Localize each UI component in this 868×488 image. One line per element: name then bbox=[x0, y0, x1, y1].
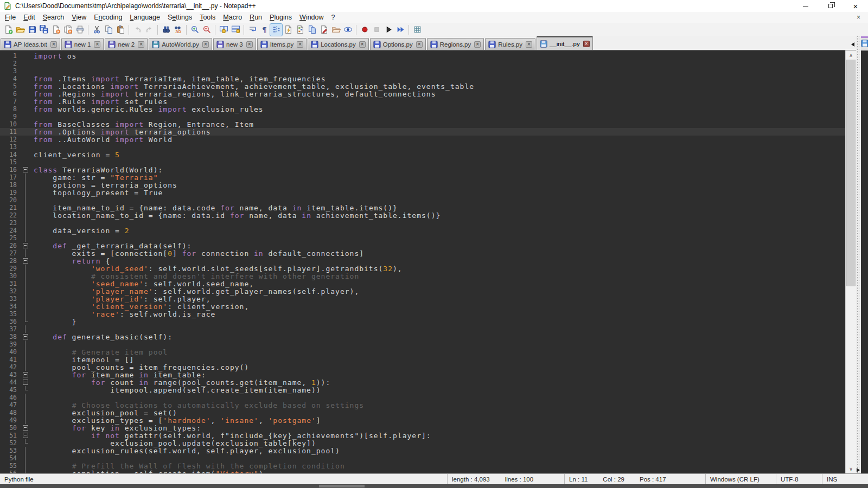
sync-vertical-icon[interactable] bbox=[218, 24, 229, 36]
second-view-tab[interactable] bbox=[861, 36, 868, 50]
tab-close-icon[interactable]: × bbox=[202, 41, 209, 48]
tab-close-icon[interactable]: × bbox=[416, 41, 423, 48]
line-number[interactable]: 49 bbox=[0, 416, 22, 424]
tab-close-icon[interactable]: × bbox=[526, 41, 532, 48]
line-number[interactable]: 47 bbox=[0, 401, 22, 409]
tab-items-py[interactable]: Items.py× bbox=[257, 38, 307, 50]
line-number[interactable]: 53 bbox=[0, 447, 22, 454]
line-number[interactable]: 12 bbox=[0, 136, 22, 143]
line-number[interactable]: 4 bbox=[0, 75, 22, 82]
tab-close-icon[interactable]: × bbox=[50, 41, 57, 48]
line-number[interactable]: 39 bbox=[0, 341, 22, 348]
line-number[interactable]: 8 bbox=[0, 105, 22, 113]
restore-button[interactable] bbox=[818, 0, 843, 12]
line-number[interactable]: 25 bbox=[0, 234, 22, 242]
splitter-collapse-arrow[interactable] bbox=[857, 468, 860, 472]
line-number[interactable]: 45 bbox=[0, 386, 22, 394]
tab-close-icon[interactable]: × bbox=[94, 41, 100, 48]
macro-record-icon[interactable] bbox=[359, 24, 371, 36]
scroll-down-arrow[interactable]: ∨ bbox=[846, 464, 856, 473]
monitoring-icon[interactable] bbox=[342, 24, 354, 36]
tab-close-icon[interactable]: × bbox=[359, 41, 366, 48]
line-number[interactable]: 14 bbox=[0, 151, 22, 158]
tab-autoworld-py[interactable]: AutoWorld.py× bbox=[149, 38, 212, 50]
line-number[interactable]: 15 bbox=[0, 158, 22, 166]
tab-close-icon[interactable]: × bbox=[138, 41, 144, 48]
menu-item-language[interactable]: Language bbox=[126, 12, 164, 22]
macro-save-icon[interactable] bbox=[411, 24, 423, 36]
line-number[interactable]: 24 bbox=[0, 227, 22, 234]
fold-collapse-icon[interactable] bbox=[22, 424, 29, 432]
copy-icon[interactable] bbox=[103, 24, 114, 36]
line-number[interactable]: 55 bbox=[0, 462, 22, 470]
fold-collapse-icon[interactable] bbox=[22, 371, 29, 378]
tab-locations-py[interactable]: Locations.py× bbox=[308, 38, 369, 50]
tab-new-2[interactable]: new 2× bbox=[105, 38, 148, 50]
scrollbar-thumb[interactable] bbox=[846, 60, 856, 286]
line-number[interactable]: 54 bbox=[0, 454, 22, 462]
fold-collapse-icon[interactable] bbox=[22, 432, 29, 439]
tab-close-icon[interactable]: × bbox=[246, 41, 253, 48]
line-number[interactable]: 22 bbox=[0, 211, 22, 219]
menu-item-view[interactable]: View bbox=[68, 12, 90, 22]
close-all-icon[interactable] bbox=[62, 24, 74, 36]
tab-options-py[interactable]: Options.py× bbox=[370, 38, 426, 50]
line-number[interactable]: 18 bbox=[0, 181, 22, 189]
tab-ap-ideas-txt[interactable]: AP Ideas.txt× bbox=[1, 38, 60, 50]
line-number[interactable]: 31 bbox=[0, 280, 22, 287]
line-number[interactable]: 52 bbox=[0, 439, 22, 447]
save-all-icon[interactable] bbox=[38, 24, 50, 36]
line-number[interactable]: 32 bbox=[0, 287, 22, 295]
line-number[interactable]: 46 bbox=[0, 394, 22, 401]
line-number[interactable]: 48 bbox=[0, 409, 22, 416]
line-number[interactable]: 34 bbox=[0, 303, 22, 310]
line-number[interactable]: 19 bbox=[0, 189, 22, 196]
tab-rules-py[interactable]: Rules.py× bbox=[485, 38, 535, 50]
line-number[interactable]: 36 bbox=[0, 318, 22, 325]
document-list-icon[interactable] bbox=[306, 24, 318, 36]
macro-run-multiple-icon[interactable] bbox=[394, 24, 406, 36]
menu-item-plugins[interactable]: Plugins bbox=[266, 12, 296, 22]
sync-horizontal-icon[interactable] bbox=[229, 24, 241, 36]
line-number[interactable]: 3 bbox=[0, 67, 22, 75]
menu-item-encoding[interactable]: Encoding bbox=[90, 12, 126, 22]
cut-icon[interactable] bbox=[91, 24, 103, 36]
line-number[interactable]: 26 bbox=[0, 242, 22, 249]
status-eol-format[interactable]: Windows (CR LF) bbox=[705, 474, 776, 484]
line-number[interactable]: 1 bbox=[0, 52, 22, 60]
line-number[interactable]: 7 bbox=[0, 98, 22, 105]
macro-playback-icon[interactable] bbox=[382, 24, 394, 36]
line-number[interactable]: 44 bbox=[0, 378, 22, 386]
menu-item-search[interactable]: Search bbox=[39, 12, 68, 22]
menu-item-edit[interactable]: Edit bbox=[20, 12, 39, 22]
line-number[interactable]: 9 bbox=[0, 113, 22, 120]
line-number[interactable]: 41 bbox=[0, 356, 22, 363]
line-number[interactable]: 10 bbox=[0, 120, 22, 128]
tab-new-3[interactable]: new 3× bbox=[213, 38, 256, 50]
line-number[interactable]: 33 bbox=[0, 295, 22, 303]
zoom-in-icon[interactable] bbox=[189, 24, 201, 36]
line-number[interactable]: 38 bbox=[0, 333, 22, 341]
word-wrap-icon[interactable] bbox=[246, 24, 258, 36]
tab-regions-py[interactable]: Regions.py× bbox=[427, 38, 484, 50]
line-number[interactable]: 13 bbox=[0, 143, 22, 151]
zoom-out-icon[interactable] bbox=[201, 24, 213, 36]
line-number[interactable]: 51 bbox=[0, 432, 22, 439]
show-all-characters-icon[interactable]: ¶ bbox=[258, 24, 270, 36]
line-number[interactable]: 5 bbox=[0, 82, 22, 90]
document-map-icon[interactable] bbox=[294, 24, 306, 36]
tab-close-icon[interactable]: × bbox=[297, 41, 303, 48]
document-edit-icon[interactable] bbox=[318, 24, 330, 36]
line-number[interactable]: 43 bbox=[0, 371, 22, 378]
menu-item-file[interactable]: File bbox=[1, 12, 20, 22]
line-number[interactable]: 56 bbox=[0, 470, 22, 473]
close-document-button[interactable]: × bbox=[854, 14, 863, 21]
line-number[interactable]: 35 bbox=[0, 310, 22, 318]
line-number[interactable]: 2 bbox=[0, 60, 22, 67]
find-icon[interactable] bbox=[160, 24, 172, 36]
fold-collapse-icon[interactable] bbox=[22, 378, 29, 386]
tab-scroll-left-arrow[interactable] bbox=[851, 42, 854, 47]
line-number[interactable]: 40 bbox=[0, 348, 22, 356]
line-number[interactable]: 16 bbox=[0, 166, 22, 174]
view-splitter[interactable] bbox=[856, 36, 861, 473]
